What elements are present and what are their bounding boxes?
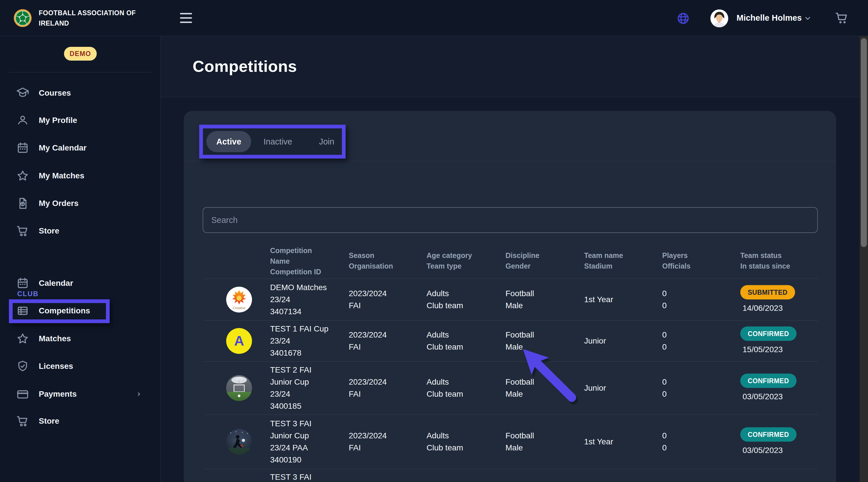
cart-icon [16,224,29,237]
status-badge: CONFIRMED [740,427,797,442]
cell-season: 2023/2024 FAI [349,376,386,400]
chevron-right-icon [135,390,143,398]
col-header-age: Age category Team type [427,250,472,272]
sidebar-item-label: Matches [39,334,71,343]
scrollbar-track[interactable] [860,36,868,482]
cell-age: Adults Club team [427,287,463,312]
sidebar-divider [9,72,151,73]
cell-status: CONFIRMED 15/05/2023 [740,314,797,367]
sidebar-item-competitions[interactable]: Competitions [9,302,152,320]
tab-active[interactable]: Active [206,131,251,152]
cell-season: 2023/2024 FAI [349,287,386,312]
cell-team: 1st Year [584,293,613,306]
cell-team: 1st Year [584,436,613,448]
top-bar: FOOTBALL ASSOCIATION OF IRELAND [0,0,868,36]
tab-inactive[interactable]: Inactive [255,129,301,155]
sidebar-item-calendar[interactable]: Calendar [9,274,152,292]
cell-status: CONFIRMED [740,480,797,482]
credit-card-icon [16,388,29,401]
cell-players: 0 0 [662,430,667,454]
graduation-cap-icon [16,86,29,100]
sidebar-item-label: Store [39,226,59,235]
table-list-icon [16,304,29,317]
tabs-underline [184,161,836,161]
status-badge: SUBMITTED [740,285,795,299]
cart-icon[interactable] [835,11,849,25]
cell-discipline: Football Male [505,329,534,353]
status-date: 14/06/2023 [740,302,795,314]
sidebar-item-my-calendar[interactable]: My Calendar [9,139,152,157]
cell-season: 2023/2024 FAI [349,430,386,454]
sidebar: DEMO Courses My Profile My Calendar [0,36,161,482]
cell-discipline: Football Male [505,287,534,312]
col-header-players: Players Officials [662,250,691,272]
scrollbar-thumb[interactable] [861,38,867,247]
annotation-box-tabs: Active Inactive Join [199,125,346,159]
cell-age: Adults Club team [427,329,463,353]
competition-logo: Creative [226,287,252,313]
sidebar-item-label: Licenses [39,362,73,371]
cell-age: Adults Club team [427,430,463,454]
sidebar-item-licenses[interactable]: Licenses [9,357,152,375]
page-title: Competitions [193,57,297,76]
table-row[interactable]: Creative DEMO Matches 23/24 3407134 2023… [184,279,836,320]
cell-competition: TEST 2 FAI Junior Cup 23/24 3400185 [270,364,311,412]
crest-script-text: Creative [226,306,252,310]
cell-status: CONFIRMED 03/05/2023 [740,361,797,415]
demo-badge: DEMO [64,47,97,61]
tabs: Active Inactive Join [203,129,342,155]
menu-icon[interactable] [180,13,192,23]
sidebar-item-courses[interactable]: Courses [9,84,152,102]
col-header-season: Season Organisation [349,250,393,272]
receipt-icon [16,197,29,210]
sidebar-item-my-orders[interactable]: My Orders [9,194,152,212]
table-row[interactable]: TEST 2 FAI Junior Cup 23/24 3400185 2023… [184,361,836,415]
calendar-icon [16,141,29,154]
star-icon [16,169,29,182]
search-input[interactable] [203,207,818,233]
sidebar-item-my-profile[interactable]: My Profile [9,111,152,130]
cell-discipline: Football Male [505,430,534,454]
cell-season: 2023/2024 FAI [349,329,386,353]
globe-icon[interactable] [677,12,689,25]
col-header-discipline: Discipline Gender [505,250,539,272]
cell-competition: DEMO Matches 23/24 3407134 [270,282,327,318]
sidebar-item-my-matches[interactable]: My Matches [9,167,152,185]
sidebar-item-payments[interactable]: Payments [9,385,152,403]
avatar[interactable] [710,9,728,27]
cell-players: 0 0 [662,287,667,312]
table-row[interactable]: A TEST 1 FAI Cup 23/24 3401678 2023/2024… [184,320,836,361]
col-header-competition: Competition Name Competition ID [270,245,321,277]
table-row[interactable]: TEST 3 FAI CONFIRMED [184,469,836,482]
fai-logo-icon [14,9,32,27]
cell-team: Junior [584,335,606,347]
cell-players: 0 0 [662,329,667,353]
sidebar-item-label: My Matches [39,171,84,180]
star-icon [16,332,29,345]
sidebar-item-label: My Calendar [39,143,87,152]
competition-logo: A [226,328,252,354]
competition-logo [226,375,252,401]
sidebar-item-label: Courses [39,88,71,98]
user-icon [16,114,29,127]
chevron-down-icon[interactable] [803,14,812,23]
cell-discipline: Football Male [505,376,534,400]
cart-icon [16,415,29,428]
sidebar-item-matches[interactable]: Matches [9,330,152,348]
sidebar-item-club-store[interactable]: Store [9,412,152,430]
cell-players: 0 0 [662,376,667,400]
app-root: FOOTBALL ASSOCIATION OF IRELAND [0,0,868,482]
sidebar-item-label: My Orders [39,199,79,208]
sidebar-item-label: My Profile [39,116,77,125]
cell-competition: TEST 1 FAI Cup 23/24 3401678 [270,323,329,359]
sidebar-item-label: Store [39,417,59,426]
table-row[interactable]: TEST 3 FAI Junior Cup 23/24 PAA 3400190 … [184,415,836,469]
cell-age: Adults Club team [427,376,463,400]
sidebar-item-store[interactable]: Store [9,222,152,240]
shield-check-icon [16,360,29,373]
sidebar-item-label: Competitions [39,306,90,315]
user-menu[interactable]: Michelle Holmes [737,0,802,36]
status-date: 03/05/2023 [740,390,797,402]
col-header-status: Team status In status since [740,250,790,272]
tab-join[interactable]: Join [315,129,338,155]
